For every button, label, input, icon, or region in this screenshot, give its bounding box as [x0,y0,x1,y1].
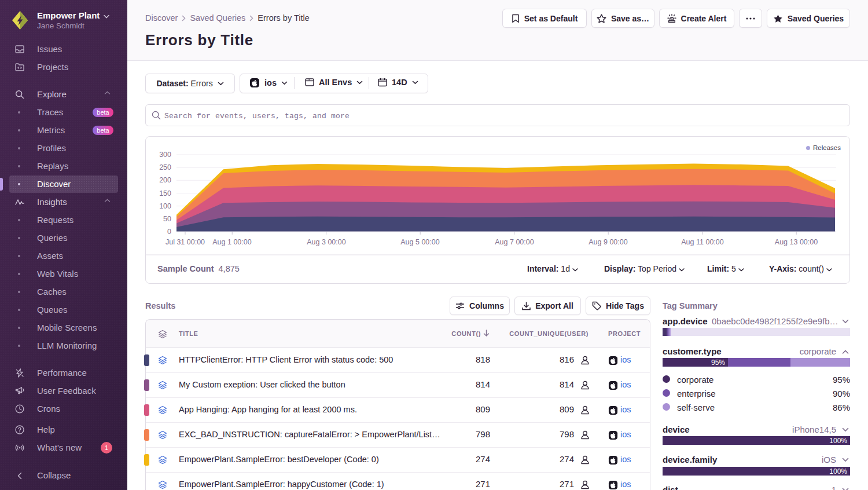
svg-text:Jul 31 00:00: Jul 31 00:00 [165,238,205,246]
svg-text:Aug 9 00:00: Aug 9 00:00 [589,238,627,246]
svg-text:100: 100 [159,202,171,210]
svg-text:Aug 13 00:00: Aug 13 00:00 [775,238,818,246]
svg-text:Aug 5 00:00: Aug 5 00:00 [400,238,439,246]
svg-text:50: 50 [163,215,171,223]
svg-text:300: 300 [159,151,171,159]
svg-text:Aug 11 00:00: Aug 11 00:00 [681,238,723,246]
svg-text:200: 200 [159,176,171,184]
svg-text:0: 0 [167,228,171,236]
svg-text:Aug 7 00:00: Aug 7 00:00 [495,238,534,246]
svg-text:250: 250 [159,163,171,171]
svg-text:Aug 3 00:00: Aug 3 00:00 [307,238,345,246]
svg-text:150: 150 [159,189,171,198]
svg-text:Aug 1 00:00: Aug 1 00:00 [212,238,251,246]
